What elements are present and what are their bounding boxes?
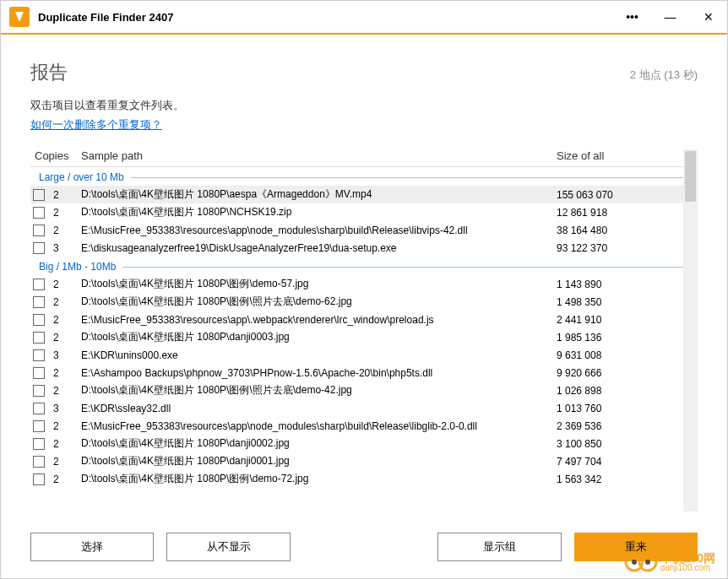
row-checkbox[interactable] [33,456,45,468]
table-row[interactable]: 2E:\MusicFree_953383\resources\app\node_… [30,417,683,435]
app-window: Duplicate File Finder 2407 ••• — ✕ 报告 2 … [0,0,728,579]
row-size: 7 497 704 [557,456,683,468]
table-header: Copies Sample path Size of all [30,149,683,167]
row-checkbox[interactable] [33,367,45,379]
row-checkbox[interactable] [33,279,45,290]
row-size: 9 920 666 [557,367,683,379]
row-copies: 2 [53,420,81,432]
row-checkbox[interactable] [33,225,45,236]
row-size: 93 122 370 [557,242,683,254]
table-row[interactable]: 2D:\tools\桌面\4K壁纸图片 1080P\NCHSK19.zip12 … [30,203,683,221]
row-path: E:\KDR\ssleay32.dll [81,403,557,414]
table-row[interactable]: 2D:\tools\桌面\4K壁纸图片 1080P\图例\照片去底\demo-4… [30,381,683,399]
row-size: 2 369 536 [557,420,683,432]
table-row[interactable]: 2D:\tools\桌面\4K壁纸图片 1080P\danji0001.jpg7… [30,452,683,470]
minimize-button[interactable]: — [651,0,689,34]
row-size: 1 985 136 [557,332,683,344]
row-checkbox[interactable] [33,314,45,326]
group-header[interactable]: Large / over 10 Mb [30,167,683,186]
row-size: 9 631 008 [557,349,683,361]
instructions-text: 双击项目以查看重复文件列表。 [30,98,698,113]
row-checkbox[interactable] [33,403,45,414]
menu-button[interactable]: ••• [613,0,651,34]
select-button[interactable]: 选择 [30,533,154,561]
row-checkbox[interactable] [33,438,45,450]
row-path: E:\Ashampoo Backups\phpnow_3703\PHPnow-1… [81,367,557,379]
row-path: D:\tools\桌面\4K壁纸图片 1080P\图例\照片去底\demo-42… [81,383,557,398]
results-table: Copies Sample path Size of all Large / o… [30,149,698,511]
row-path: D:\tools\桌面\4K壁纸图片 1080P\图例\照片去底\demo-62… [81,295,557,309]
window-controls: ••• — ✕ [613,0,727,34]
row-path: E:\KDR\unins000.exe [81,349,557,361]
report-title: 报告 [30,60,68,85]
table-row[interactable]: 3E:\KDR\unins000.exe9 631 008 [30,346,683,364]
row-copies: 2 [53,473,81,485]
table-row[interactable]: 2E:\Ashampoo Backups\phpnow_3703\PHPnow-… [30,364,683,381]
table-row[interactable]: 2D:\tools\桌面\4K壁纸图片 1080P\图例\demo-72.jpg… [30,470,683,488]
row-path: D:\tools\桌面\4K壁纸图片 1080P\danji0003.jpg [81,330,557,344]
row-checkbox[interactable] [33,296,45,308]
row-size: 38 164 480 [557,225,683,236]
row-size: 3 100 850 [557,438,683,450]
table-row[interactable]: 3E:\diskusageanalyzerfree19\DiskUsageAna… [30,239,683,257]
row-path: D:\tools\桌面\4K壁纸图片 1080P\danji0002.jpg [81,436,557,451]
row-size: 1 013 760 [557,403,683,414]
row-path: E:\MusicFree_953383\resources\app\node_m… [81,225,557,236]
report-meta: 2 地点 (13 秒) [630,68,698,83]
row-checkbox[interactable] [33,332,45,344]
table-row[interactable]: 3E:\KDR\ssleay32.dll1 013 760 [30,399,683,417]
row-copies: 2 [53,367,81,379]
row-size: 2 441 910 [557,314,683,326]
svg-point-3 [645,560,650,565]
never-show-button[interactable]: 从不显示 [166,533,290,561]
app-icon [9,7,30,27]
row-copies: 2 [53,438,81,450]
help-link[interactable]: 如何一次删除多个重复项？ [30,117,698,133]
show-group-button[interactable]: 显示组 [437,533,561,561]
row-checkbox[interactable] [33,189,45,201]
table-row[interactable]: 2D:\tools\桌面\4K壁纸图片 1080P\图例\demo-57.jpg… [30,275,683,293]
column-path[interactable]: Sample path [81,149,557,162]
row-checkbox[interactable] [33,385,45,397]
table-row[interactable]: 2D:\tools\桌面\4K壁纸图片 1080P\aespa《Armagedd… [30,186,683,203]
row-checkbox[interactable] [33,207,45,219]
table-body: Large / over 10 Mb2D:\tools\桌面\4K壁纸图片 10… [30,167,683,488]
row-size: 1 026 898 [557,385,683,397]
watermark-main: 单机100网 [660,552,715,564]
row-copies: 2 [53,279,81,290]
row-copies: 3 [53,403,81,414]
watermark-icon [624,549,658,575]
close-button[interactable]: ✕ [689,0,727,34]
row-checkbox[interactable] [33,242,45,254]
app-title: Duplicate File Finder 2407 [38,11,613,24]
column-size[interactable]: Size of all [557,149,683,162]
table-row[interactable]: 2E:\MusicFree_953383\resources\app\node_… [30,221,683,239]
table-row[interactable]: 2D:\tools\桌面\4K壁纸图片 1080P\danji0003.jpg1… [30,328,683,346]
row-copies: 2 [53,207,81,219]
svg-point-2 [632,560,637,565]
content-area: 报告 2 地点 (13 秒) 双击项目以查看重复文件列表。 如何一次删除多个重复… [1,35,727,520]
row-path: E:\diskusageanalyzerfree19\DiskUsageAnal… [81,242,557,254]
row-copies: 2 [53,385,81,397]
scroll-thumb[interactable] [685,151,696,202]
table-row[interactable]: 2D:\tools\桌面\4K壁纸图片 1080P\图例\照片去底\demo-6… [30,293,683,311]
table-row[interactable]: 2E:\MusicFree_953383\resources\app\.webp… [30,311,683,328]
column-copies[interactable]: Copies [30,149,81,162]
row-copies: 3 [53,349,81,361]
row-checkbox[interactable] [33,420,45,432]
row-checkbox[interactable] [33,349,45,361]
row-size: 12 861 918 [557,207,683,219]
row-path: E:\MusicFree_953383\resources\app\node_m… [81,420,557,432]
vertical-scrollbar[interactable] [683,149,698,511]
row-copies: 2 [53,332,81,344]
row-copies: 2 [53,189,81,201]
row-path: D:\tools\桌面\4K壁纸图片 1080P\danji0001.jpg [81,454,557,468]
row-copies: 2 [53,296,81,308]
titlebar: Duplicate File Finder 2407 ••• — ✕ [1,1,727,35]
table-row[interactable]: 2D:\tools\桌面\4K壁纸图片 1080P\danji0002.jpg3… [30,435,683,452]
row-copies: 2 [53,225,81,236]
row-checkbox[interactable] [33,473,45,485]
group-header[interactable]: Big / 1Mb - 10Mb [30,257,683,275]
row-size: 1 498 350 [557,296,683,308]
report-header: 报告 2 地点 (13 秒) [30,60,698,85]
